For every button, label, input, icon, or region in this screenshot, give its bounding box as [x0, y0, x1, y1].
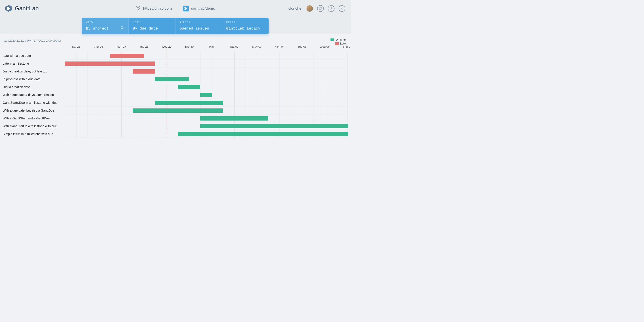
app-header: GanttLab https://gitlab.com ganttlab/dem… — [0, 0, 350, 17]
gantt-bar[interactable] — [200, 93, 212, 97]
chart-area: On time Late 4/24/2020 2:02:29 PM - 5/7/… — [0, 34, 350, 140]
legend-late: Late — [335, 42, 346, 45]
gantt-row — [65, 98, 348, 106]
today-line — [166, 49, 167, 139]
gantt-bar[interactable] — [200, 124, 348, 128]
legend-swatch-late — [335, 42, 339, 45]
timeline-date: Wed 06 — [320, 45, 330, 48]
header-center-links: https://gitlab.com ganttlab/demo — [136, 5, 215, 12]
timeline-date: Tue 28 — [140, 45, 148, 48]
task-label[interactable]: Simple issue in a milestone with due — [2, 130, 65, 138]
task-label[interactable]: Late in a milestone — [2, 60, 65, 67]
app-title: GanttLab — [15, 5, 39, 12]
task-label[interactable]: GanttStart&Due in a milestone with due — [2, 98, 65, 106]
task-label[interactable]: Just a creation date — [2, 83, 65, 91]
view-value: By project — [86, 26, 124, 31]
sort-control[interactable]: SORT By due date — [129, 18, 176, 34]
task-label[interactable]: In progress with a due date — [2, 75, 65, 83]
view-control[interactable]: VIEW By project — [82, 18, 129, 34]
legend-on-time: On time — [330, 38, 346, 41]
task-label[interactable]: Late with a due date — [2, 52, 65, 60]
gantt-row — [65, 130, 348, 138]
task-label-column: Late with a due dateLate in a milestoneJ… — [2, 45, 65, 138]
gantt-chart: Late with a due dateLate in a milestoneJ… — [2, 45, 348, 138]
project-link[interactable]: ganttlab/demo — [183, 6, 215, 12]
svg-rect-0 — [7, 7, 9, 8]
timeline-header: Sat 25Apr 26Mon 27Tue 28Wed 29Thu 30MayS… — [65, 45, 348, 52]
gitlab-icon — [136, 5, 141, 12]
legend-swatch-ontime — [330, 38, 334, 41]
svg-point-6 — [121, 26, 124, 28]
gantt-bar[interactable] — [155, 77, 189, 82]
logo-group[interactable]: GanttLab — [5, 5, 39, 12]
timeline-date: Thu 30 — [184, 45, 194, 48]
gantt-row — [65, 75, 348, 83]
gantt-bar[interactable] — [200, 116, 268, 120]
date-range-text: 4/24/2020 2:02:29 PM - 5/7/2020 2:00:00 … — [2, 39, 348, 42]
gantt-bar[interactable] — [65, 62, 155, 66]
timeline-body — [65, 52, 348, 138]
gantt-row — [65, 114, 348, 122]
timeline-date: Mon 04 — [274, 45, 284, 48]
gantt-row — [65, 52, 348, 60]
timeline-date: Tue 05 — [298, 45, 306, 48]
task-label[interactable]: With a due date 4 days after creation — [2, 91, 65, 98]
chart-value: GanttLab Legacy — [226, 26, 265, 31]
gantt-row — [65, 83, 348, 91]
timeline-date: Sat 25 — [72, 45, 80, 48]
gantt-bar[interactable] — [110, 54, 144, 58]
gantt-bar[interactable] — [132, 108, 223, 113]
username-text[interactable]: clorichel — [288, 6, 302, 11]
gantt-row — [65, 91, 348, 98]
filter-label: FILTER — [180, 21, 218, 24]
svg-rect-5 — [184, 9, 186, 10]
gantt-bar[interactable] — [178, 85, 200, 89]
timeline-date: Apr 26 — [94, 45, 103, 48]
search-icon — [120, 26, 124, 31]
close-button[interactable] — [338, 5, 345, 12]
task-label[interactable]: With GanttStart in a milestone with due — [2, 122, 65, 130]
project-icon — [183, 6, 189, 12]
svg-rect-3 — [184, 7, 186, 8]
gantt-bar[interactable] — [132, 69, 155, 74]
chart-label: CHART — [226, 21, 265, 24]
avatar[interactable] — [306, 5, 313, 12]
gitlab-link[interactable]: https://gitlab.com — [136, 5, 172, 12]
gantt-row — [65, 60, 348, 67]
control-bar-container: VIEW By project SORT By due date FILTER … — [0, 17, 350, 34]
sort-label: SORT — [133, 21, 171, 24]
gantt-bar[interactable] — [178, 132, 348, 136]
gantt-row — [65, 106, 348, 114]
svg-rect-2 — [7, 9, 9, 10]
gantt-row — [65, 122, 348, 130]
view-label: VIEW — [86, 21, 124, 24]
gantt-bar[interactable] — [155, 100, 223, 105]
svg-rect-1 — [8, 8, 10, 9]
help-button[interactable]: ? — [328, 5, 334, 12]
task-label[interactable]: With a due date, but also a GanttDue — [2, 106, 65, 114]
sort-value: By due date — [133, 26, 171, 31]
gantt-row — [65, 67, 348, 75]
gitlab-url-text: https://gitlab.com — [143, 6, 172, 11]
task-label[interactable]: Just a creation date, but late too — [2, 67, 65, 75]
timeline-date: Wed 29 — [162, 45, 172, 48]
control-bar: VIEW By project SORT By due date FILTER … — [82, 18, 269, 34]
timeline-date: Sat 02 — [230, 45, 238, 48]
project-path-text: ganttlab/demo — [191, 6, 215, 11]
legend-ontime-label: On time — [336, 38, 346, 41]
timeline-date: Mon 27 — [116, 45, 126, 48]
task-label[interactable]: With a GanttStart and a GanttDue — [2, 114, 65, 122]
timeline-date: May — [209, 45, 214, 48]
timeline-column: Sat 25Apr 26Mon 27Tue 28Wed 29Thu 30MayS… — [65, 45, 348, 138]
legend-late-label: Late — [340, 42, 346, 45]
filter-control[interactable]: FILTER Opened issues — [176, 18, 222, 34]
header-right: clorichel ? — [288, 5, 345, 12]
timeline-date: May 03 — [252, 45, 262, 48]
chart-control[interactable]: CHART GanttLab Legacy — [222, 18, 269, 34]
ganttlab-logo-icon — [5, 5, 12, 12]
svg-rect-4 — [185, 8, 187, 9]
timeline-date: Thu 07 — [343, 45, 350, 48]
filter-value: Opened issues — [180, 26, 218, 31]
refresh-button[interactable] — [317, 5, 324, 12]
